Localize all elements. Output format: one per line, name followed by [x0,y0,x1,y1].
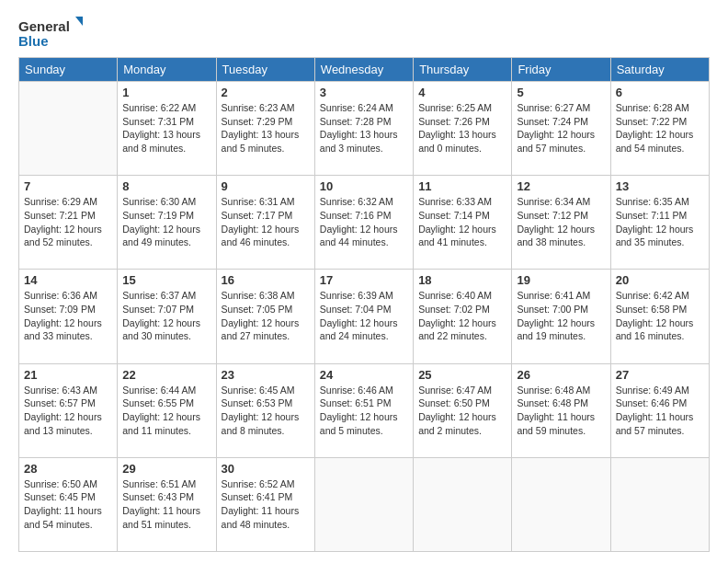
logo-svg: General Blue [18,15,83,50]
calendar-cell-3-2: 15Sunrise: 6:37 AM Sunset: 7:07 PM Dayli… [118,270,216,363]
weekday-header-row: SundayMondayTuesdayWednesdayThursdayFrid… [19,58,710,82]
calendar-cell-1-7: 6Sunrise: 6:28 AM Sunset: 7:22 PM Daylig… [610,82,709,176]
svg-text:Blue: Blue [18,33,49,49]
weekday-header-saturday: Saturday [610,58,709,82]
day-number: 27 [616,368,704,382]
day-info: Sunrise: 6:34 AM Sunset: 7:12 PM Dayligh… [517,195,605,249]
day-info: Sunrise: 6:41 AM Sunset: 7:00 PM Dayligh… [517,289,605,343]
calendar-cell-4-7: 27Sunrise: 6:49 AM Sunset: 6:46 PM Dayli… [610,363,709,457]
day-info: Sunrise: 6:31 AM Sunset: 7:17 PM Dayligh… [222,195,310,249]
calendar-cell-4-4: 24Sunrise: 6:46 AM Sunset: 6:51 PM Dayli… [314,363,413,457]
day-info: Sunrise: 6:38 AM Sunset: 7:05 PM Dayligh… [222,289,310,343]
day-info: Sunrise: 6:36 AM Sunset: 7:09 PM Dayligh… [24,289,112,343]
day-info: Sunrise: 6:23 AM Sunset: 7:29 PM Dayligh… [222,101,310,155]
day-info: Sunrise: 6:45 AM Sunset: 6:53 PM Dayligh… [222,384,310,438]
day-number: 4 [418,86,506,99]
day-info: Sunrise: 6:24 AM Sunset: 7:28 PM Dayligh… [320,101,408,155]
day-number: 28 [24,462,112,476]
day-info: Sunrise: 6:51 AM Sunset: 6:43 PM Dayligh… [122,477,210,532]
weekday-header-friday: Friday [512,58,610,82]
weekday-header-monday: Monday [118,58,216,82]
week-row-5: 28Sunrise: 6:50 AM Sunset: 6:45 PM Dayli… [19,457,710,551]
day-number: 16 [222,273,310,287]
page-header: General Blue [18,15,710,50]
day-number: 2 [222,86,310,99]
day-info: Sunrise: 6:48 AM Sunset: 6:48 PM Dayligh… [517,384,605,438]
svg-text:General: General [18,18,70,34]
calendar-cell-4-1: 21Sunrise: 6:43 AM Sunset: 6:57 PM Dayli… [19,363,118,457]
calendar-cell-4-3: 23Sunrise: 6:45 AM Sunset: 6:53 PM Dayli… [216,363,314,457]
day-number: 6 [616,86,704,99]
day-number: 29 [122,462,210,476]
calendar-cell-2-5: 11Sunrise: 6:33 AM Sunset: 7:14 PM Dayli… [414,176,512,270]
weekday-header-sunday: Sunday [19,58,118,82]
day-number: 12 [517,179,605,193]
day-info: Sunrise: 6:37 AM Sunset: 7:07 PM Dayligh… [122,289,210,343]
calendar-cell-5-1: 28Sunrise: 6:50 AM Sunset: 6:45 PM Dayli… [19,457,118,551]
day-info: Sunrise: 6:39 AM Sunset: 7:04 PM Dayligh… [320,289,408,343]
day-number: 9 [222,179,310,193]
day-number: 22 [122,368,210,382]
calendar-cell-4-6: 26Sunrise: 6:48 AM Sunset: 6:48 PM Dayli… [512,363,610,457]
day-number: 3 [320,86,408,99]
day-number: 24 [320,368,408,382]
week-row-2: 7Sunrise: 6:29 AM Sunset: 7:21 PM Daylig… [19,176,710,270]
weekday-header-thursday: Thursday [414,58,512,82]
day-info: Sunrise: 6:29 AM Sunset: 7:21 PM Dayligh… [24,195,112,249]
day-number: 5 [517,86,605,99]
calendar-cell-5-6 [512,457,610,551]
day-number: 1 [122,86,210,99]
calendar-cell-2-7: 13Sunrise: 6:35 AM Sunset: 7:11 PM Dayli… [610,176,709,270]
calendar-cell-3-4: 17Sunrise: 6:39 AM Sunset: 7:04 PM Dayli… [314,270,413,363]
day-info: Sunrise: 6:22 AM Sunset: 7:31 PM Dayligh… [122,101,210,155]
calendar-cell-4-2: 22Sunrise: 6:44 AM Sunset: 6:55 PM Dayli… [118,363,216,457]
calendar-cell-5-7 [610,457,709,551]
calendar-cell-4-5: 25Sunrise: 6:47 AM Sunset: 6:50 PM Dayli… [414,363,512,457]
day-info: Sunrise: 6:43 AM Sunset: 6:57 PM Dayligh… [24,384,112,438]
logo: General Blue [18,15,83,50]
weekday-header-wednesday: Wednesday [314,58,413,82]
calendar-cell-2-1: 7Sunrise: 6:29 AM Sunset: 7:21 PM Daylig… [19,176,118,270]
calendar-cell-3-6: 19Sunrise: 6:41 AM Sunset: 7:00 PM Dayli… [512,270,610,363]
svg-marker-2 [75,17,83,26]
day-number: 26 [517,368,605,382]
calendar-cell-2-2: 8Sunrise: 6:30 AM Sunset: 7:19 PM Daylig… [118,176,216,270]
day-info: Sunrise: 6:40 AM Sunset: 7:02 PM Dayligh… [418,289,506,343]
day-info: Sunrise: 6:52 AM Sunset: 6:41 PM Dayligh… [222,477,310,532]
day-number: 10 [320,179,408,193]
day-info: Sunrise: 6:33 AM Sunset: 7:14 PM Dayligh… [418,195,506,249]
calendar-cell-5-4 [314,457,413,551]
calendar-cell-5-3: 30Sunrise: 6:52 AM Sunset: 6:41 PM Dayli… [216,457,314,551]
day-info: Sunrise: 6:35 AM Sunset: 7:11 PM Dayligh… [616,195,704,249]
day-info: Sunrise: 6:27 AM Sunset: 7:24 PM Dayligh… [517,101,605,155]
day-number: 15 [122,273,210,287]
day-number: 19 [517,273,605,287]
calendar-cell-2-3: 9Sunrise: 6:31 AM Sunset: 7:17 PM Daylig… [216,176,314,270]
weekday-header-tuesday: Tuesday [216,58,314,82]
week-row-4: 21Sunrise: 6:43 AM Sunset: 6:57 PM Dayli… [19,363,710,457]
calendar-cell-3-3: 16Sunrise: 6:38 AM Sunset: 7:05 PM Dayli… [216,270,314,363]
day-info: Sunrise: 6:28 AM Sunset: 7:22 PM Dayligh… [616,101,704,155]
calendar-cell-1-2: 1Sunrise: 6:22 AM Sunset: 7:31 PM Daylig… [118,82,216,176]
day-number: 7 [24,179,112,193]
day-number: 8 [122,179,210,193]
calendar-cell-5-2: 29Sunrise: 6:51 AM Sunset: 6:43 PM Dayli… [118,457,216,551]
day-info: Sunrise: 6:49 AM Sunset: 6:46 PM Dayligh… [616,384,704,438]
calendar-cell-5-5 [414,457,512,551]
calendar-cell-1-3: 2Sunrise: 6:23 AM Sunset: 7:29 PM Daylig… [216,82,314,176]
calendar-cell-2-4: 10Sunrise: 6:32 AM Sunset: 7:16 PM Dayli… [314,176,413,270]
day-number: 11 [418,179,506,193]
calendar-cell-3-7: 20Sunrise: 6:42 AM Sunset: 6:58 PM Dayli… [610,270,709,363]
day-number: 21 [24,368,112,382]
calendar-cell-1-1 [19,82,118,176]
day-number: 13 [616,179,704,193]
day-info: Sunrise: 6:42 AM Sunset: 6:58 PM Dayligh… [616,289,704,343]
day-number: 25 [418,368,506,382]
day-number: 18 [418,273,506,287]
week-row-3: 14Sunrise: 6:36 AM Sunset: 7:09 PM Dayli… [19,270,710,363]
calendar-cell-2-6: 12Sunrise: 6:34 AM Sunset: 7:12 PM Dayli… [512,176,610,270]
week-row-1: 1Sunrise: 6:22 AM Sunset: 7:31 PM Daylig… [19,82,710,176]
calendar: SundayMondayTuesdayWednesdayThursdayFrid… [18,57,710,552]
calendar-cell-3-1: 14Sunrise: 6:36 AM Sunset: 7:09 PM Dayli… [19,270,118,363]
day-info: Sunrise: 6:50 AM Sunset: 6:45 PM Dayligh… [24,477,112,532]
